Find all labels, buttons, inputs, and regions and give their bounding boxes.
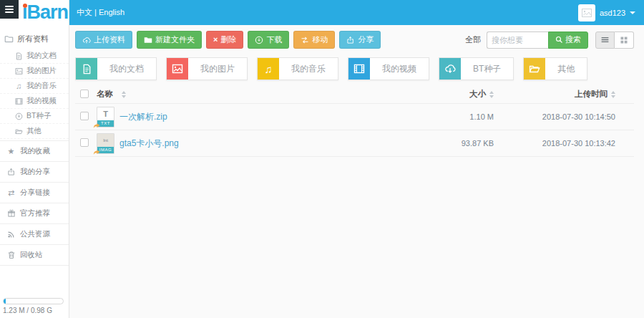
cloud-download-icon	[439, 58, 461, 80]
chevron-down-icon	[630, 11, 635, 14]
tab-my-videos[interactable]: 我的视频	[348, 57, 429, 80]
menu-toggle-button[interactable]	[0, 0, 19, 19]
new-folder-button[interactable]: 新建文件夹	[137, 31, 202, 49]
image-icon	[14, 67, 23, 75]
star-icon: ★	[6, 148, 16, 155]
file-link[interactable]: 一次解析.zip	[119, 111, 167, 123]
tab-my-docs[interactable]: 我的文档	[75, 57, 157, 80]
sidebar-item-other[interactable]: 其他	[0, 124, 69, 139]
toolbar: 上传资料 新建文件夹 × 删除 下载 移动 分享 全部	[69, 25, 644, 52]
language-switch[interactable]: 中文 | English	[77, 7, 125, 18]
search-button[interactable]: 搜索	[548, 32, 588, 49]
tab-my-pictures[interactable]: 我的图片	[166, 57, 248, 80]
retweet-icon: ⇄	[6, 189, 16, 197]
folder-open-icon	[14, 127, 23, 135]
file-text-icon	[76, 58, 97, 80]
download-circle-icon	[14, 112, 23, 120]
search-filter-dropdown[interactable]: 全部	[465, 34, 481, 45]
username: asd123	[600, 9, 625, 17]
avatar	[578, 4, 595, 21]
row-checkbox[interactable]	[80, 112, 89, 120]
storage-quota: 1.23 M / 0.98 G	[3, 298, 64, 314]
close-icon: ×	[213, 36, 218, 44]
sidebar: 所有资料 我的文档 我的图片 ♫ 我的音乐 我的视频 BT种子	[0, 0, 69, 318]
sidebar-item-bt-seeds[interactable]: BT种子	[0, 109, 69, 124]
sidebar-item-favorites[interactable]: ★ 我的收藏	[0, 140, 69, 162]
image-placeholder-icon	[581, 7, 592, 19]
share-icon	[6, 168, 16, 176]
sidebar-item-my-music[interactable]: ♫ 我的音乐	[0, 79, 69, 94]
sidebar-item-my-pictures[interactable]: 我的图片	[0, 64, 69, 79]
sidebar-item-my-shares[interactable]: 我的分享	[0, 162, 69, 183]
share-icon	[346, 36, 355, 44]
file-thumbnail-image: Int IMAG	[97, 133, 114, 154]
download-button[interactable]: 下载	[248, 31, 289, 49]
grid-icon	[620, 36, 628, 44]
list-icon	[600, 35, 610, 44]
main-panel: 上传资料 新建文件夹 × 删除 下载 移动 分享 全部	[69, 25, 644, 318]
column-time: 上传时间	[575, 89, 608, 100]
folder-icon	[144, 36, 152, 44]
file-size: 1.10 M	[469, 112, 494, 121]
sidebar-item-recycle-bin[interactable]: 回收站	[0, 245, 69, 266]
table-header: 名称 大小 上传时间	[75, 88, 634, 104]
shared-arrow-icon	[93, 149, 100, 155]
top-header: 中文 | English asd123	[69, 0, 644, 25]
gift-icon	[6, 209, 16, 218]
sidebar-item-all-files[interactable]: 所有资料	[0, 30, 69, 49]
folder-icon	[4, 34, 14, 44]
film-icon	[14, 97, 23, 105]
file-size: 93.87 KB	[462, 139, 494, 148]
delete-button[interactable]: × 删除	[206, 31, 243, 49]
download-circle-icon	[255, 36, 263, 44]
cloud-upload-icon	[82, 36, 91, 44]
file-upload-time: 2018-07-30 10:14:50	[542, 112, 615, 121]
column-size: 大小	[469, 89, 486, 100]
upload-button[interactable]: 上传资料	[75, 31, 132, 49]
view-toggle	[595, 32, 634, 49]
file-text-icon	[14, 52, 23, 60]
sidebar-item-share-links[interactable]: ⇄ 分享链接	[0, 183, 69, 203]
folder-open-icon	[524, 58, 545, 80]
storage-text: 1.23 M / 0.98 G	[3, 307, 64, 314]
select-all-checkbox[interactable]	[80, 90, 89, 98]
file-table: 名称 大小 上传时间 T TXT 一次解析.zip	[75, 88, 634, 157]
move-button[interactable]: 移动	[293, 31, 335, 49]
file-thumbnail-txt: T TXT	[97, 107, 114, 127]
move-arrows-icon	[301, 36, 309, 44]
rss-icon	[6, 230, 16, 238]
file-upload-time: 2018-07-30 10:13:42	[542, 139, 615, 148]
search-input[interactable]	[487, 32, 548, 49]
table-row: T TXT 一次解析.zip 1.10 M 2018-07-30 10:14:5…	[75, 104, 634, 130]
image-icon	[167, 58, 188, 80]
sidebar-item-my-videos[interactable]: 我的视频	[0, 94, 69, 109]
tab-my-music[interactable]: ♫ 我的音乐	[257, 57, 338, 80]
music-icon: ♫	[14, 82, 23, 90]
table-row: Int IMAG gta5卡小号.png 93.87 KB 2018-07-30…	[75, 130, 634, 157]
search-area: 全部 搜索	[465, 32, 634, 49]
sidebar-item-my-docs[interactable]: 我的文档	[0, 49, 69, 64]
row-checkbox[interactable]	[80, 138, 89, 147]
share-button[interactable]: 分享	[339, 31, 381, 49]
storage-progressbar	[3, 298, 64, 304]
film-icon	[348, 58, 370, 80]
trash-icon	[6, 251, 16, 259]
category-tabs: 我的文档 我的图片 ♫ 我的音乐 我的视频 BT种子 其他	[69, 52, 644, 88]
tab-bt-seeds[interactable]: BT种子	[439, 57, 514, 80]
column-name: 名称	[97, 89, 113, 100]
grid-view-button[interactable]	[615, 32, 634, 49]
shared-arrow-icon	[93, 122, 100, 129]
search-icon	[555, 36, 563, 44]
sort-name-icon[interactable]	[122, 91, 126, 98]
music-icon: ♫	[258, 58, 279, 80]
sort-time-icon[interactable]	[611, 91, 615, 98]
sidebar-item-recommended[interactable]: 官方推荐	[0, 203, 69, 224]
file-link[interactable]: gta5卡小号.png	[119, 138, 179, 150]
list-view-button[interactable]	[595, 32, 615, 49]
app-logo: ıBarn	[22, 1, 68, 24]
sidebar-item-public-resources[interactable]: 公共资源	[0, 224, 69, 245]
user-menu[interactable]: asd123	[578, 4, 635, 21]
tab-other[interactable]: 其他	[523, 57, 587, 80]
logo-dot	[23, 4, 27, 8]
